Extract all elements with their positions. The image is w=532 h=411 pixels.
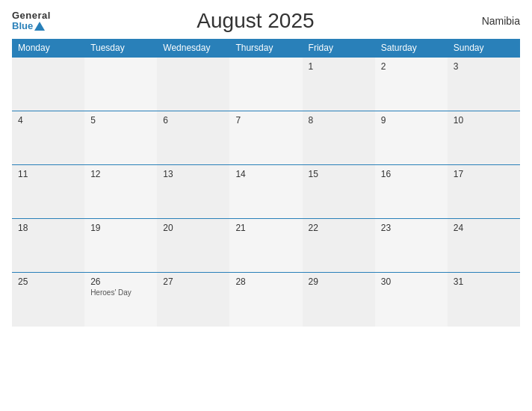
country-label: Namibia bbox=[460, 15, 520, 27]
calendar-page: General Blue August 2025 Namibia Monday … bbox=[0, 0, 532, 411]
day-number: 19 bbox=[90, 223, 151, 233]
calendar-header-row: Monday Tuesday Wednesday Thursday Friday… bbox=[12, 39, 520, 58]
calendar-week-row: 45678910 bbox=[12, 111, 520, 165]
calendar-cell: 7 bbox=[229, 111, 302, 165]
logo-general-text: General bbox=[12, 10, 51, 21]
calendar-week-row: 2526Heroes' Day2728293031 bbox=[12, 273, 520, 327]
day-number: 31 bbox=[454, 276, 514, 287]
calendar-cell: 26Heroes' Day bbox=[84, 273, 157, 327]
calendar-cell: 21 bbox=[229, 219, 302, 273]
calendar-cell bbox=[84, 58, 157, 111]
day-number: 18 bbox=[18, 223, 78, 233]
calendar-cell: 28 bbox=[229, 273, 302, 327]
day-number: 21 bbox=[235, 223, 296, 233]
day-number: 16 bbox=[381, 169, 442, 179]
day-number: 14 bbox=[235, 169, 296, 179]
day-number: 5 bbox=[90, 115, 151, 126]
col-saturday: Saturday bbox=[375, 39, 448, 58]
day-number: 1 bbox=[309, 61, 369, 72]
day-number: 7 bbox=[235, 115, 296, 126]
day-number: 17 bbox=[454, 169, 514, 179]
logo-blue-text: Blue bbox=[12, 21, 33, 31]
day-number: 8 bbox=[309, 115, 369, 126]
col-sunday: Sunday bbox=[448, 39, 520, 58]
day-number: 2 bbox=[381, 61, 442, 72]
col-friday: Friday bbox=[303, 39, 375, 58]
day-number: 27 bbox=[163, 276, 223, 287]
day-number: 22 bbox=[309, 223, 369, 233]
calendar-cell: 12 bbox=[84, 165, 157, 219]
calendar-cell: 11 bbox=[12, 165, 84, 219]
day-number: 30 bbox=[381, 276, 442, 287]
calendar-cell: 14 bbox=[229, 165, 302, 219]
calendar-cell: 23 bbox=[375, 219, 448, 273]
col-tuesday: Tuesday bbox=[84, 39, 157, 58]
col-wednesday: Wednesday bbox=[157, 39, 229, 58]
day-number: 3 bbox=[454, 61, 514, 72]
calendar-week-row: 11121314151617 bbox=[12, 165, 520, 219]
calendar-cell: 2 bbox=[375, 58, 448, 111]
day-number: 15 bbox=[309, 169, 369, 179]
calendar-cell: 8 bbox=[303, 111, 375, 165]
calendar-cell: 9 bbox=[375, 111, 448, 165]
day-number: 10 bbox=[454, 115, 514, 126]
header: General Blue August 2025 Namibia bbox=[12, 9, 520, 33]
day-number: 9 bbox=[381, 115, 442, 126]
day-number: 11 bbox=[18, 169, 78, 179]
calendar-cell: 15 bbox=[303, 165, 375, 219]
calendar-cell: 16 bbox=[375, 165, 448, 219]
day-number: 24 bbox=[454, 223, 514, 233]
day-number: 13 bbox=[163, 169, 223, 179]
calendar-cell bbox=[12, 58, 84, 111]
day-number: 4 bbox=[18, 115, 78, 126]
day-number: 20 bbox=[163, 223, 223, 233]
day-number: 26 bbox=[90, 276, 151, 287]
calendar-cell: 25 bbox=[12, 273, 84, 327]
calendar-cell: 27 bbox=[157, 273, 229, 327]
calendar-table: Monday Tuesday Wednesday Thursday Friday… bbox=[12, 39, 520, 327]
day-number: 25 bbox=[18, 276, 78, 287]
calendar-cell: 1 bbox=[303, 58, 375, 111]
page-title: August 2025 bbox=[51, 9, 460, 33]
calendar-cell: 10 bbox=[448, 111, 520, 165]
calendar-week-row: 18192021222324 bbox=[12, 219, 520, 273]
calendar-cell: 5 bbox=[84, 111, 157, 165]
calendar-cell: 31 bbox=[448, 273, 520, 327]
day-number: 12 bbox=[90, 169, 151, 179]
calendar-cell bbox=[229, 58, 302, 111]
col-thursday: Thursday bbox=[229, 39, 302, 58]
day-number: 28 bbox=[235, 276, 296, 287]
calendar-cell: 17 bbox=[448, 165, 520, 219]
calendar-cell: 24 bbox=[448, 219, 520, 273]
calendar-cell: 22 bbox=[303, 219, 375, 273]
calendar-cell: 30 bbox=[375, 273, 448, 327]
day-number: 6 bbox=[163, 115, 223, 126]
col-monday: Monday bbox=[12, 39, 84, 58]
calendar-cell: 20 bbox=[157, 219, 229, 273]
calendar-cell: 3 bbox=[448, 58, 520, 111]
calendar-cell: 29 bbox=[303, 273, 375, 327]
calendar-cell bbox=[157, 58, 229, 111]
calendar-cell: 4 bbox=[12, 111, 84, 165]
calendar-week-row: 123 bbox=[12, 58, 520, 111]
calendar-cell: 19 bbox=[84, 219, 157, 273]
logo-triangle-icon bbox=[34, 22, 45, 31]
calendar-cell: 13 bbox=[157, 165, 229, 219]
holiday-label: Heroes' Day bbox=[90, 288, 151, 297]
calendar-cell: 18 bbox=[12, 219, 84, 273]
logo: General Blue bbox=[12, 10, 51, 32]
day-number: 29 bbox=[309, 276, 369, 287]
calendar-cell: 6 bbox=[157, 111, 229, 165]
day-number: 23 bbox=[381, 223, 442, 233]
